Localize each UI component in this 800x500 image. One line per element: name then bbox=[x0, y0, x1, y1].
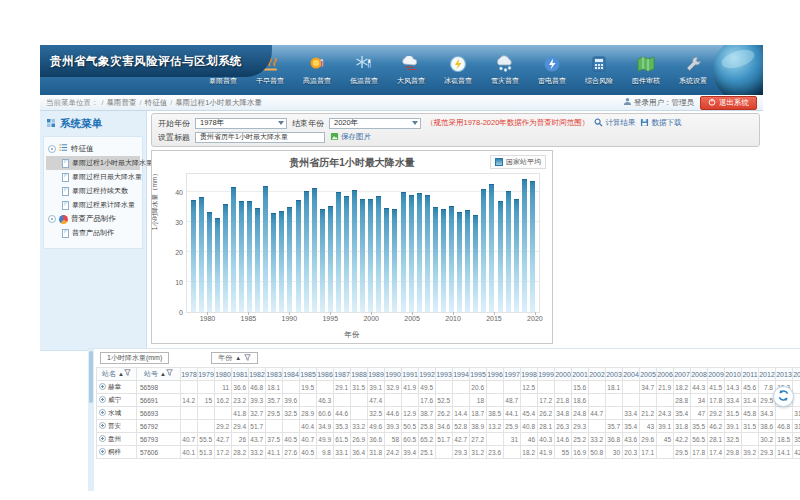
year-column-header[interactable]: 1982 bbox=[249, 368, 266, 381]
nav-item-雷电普查[interactable]: 雷电普查 bbox=[530, 50, 574, 87]
value-cell: 40.5 bbox=[283, 433, 300, 446]
row-expand-icon[interactable] bbox=[99, 448, 106, 455]
year-column-header[interactable]: 1993 bbox=[436, 368, 453, 381]
row-expand-icon[interactable] bbox=[99, 409, 106, 416]
nav-item-冰雹普查[interactable]: 冰雹普查 bbox=[436, 50, 480, 87]
station-id-cell: 56598 bbox=[137, 381, 181, 394]
year-column-header[interactable]: 1995 bbox=[470, 368, 487, 381]
refresh-button[interactable] bbox=[773, 386, 794, 407]
year-column-header[interactable]: 2013 bbox=[776, 368, 793, 381]
value-cell: 26.2 bbox=[538, 407, 555, 420]
year-column-header[interactable]: 1988 bbox=[351, 368, 368, 381]
year-column-header[interactable]: 2009 bbox=[708, 368, 725, 381]
row-expand-icon[interactable] bbox=[99, 383, 106, 390]
breadcrumb-item[interactable]: 暴雨普查 bbox=[107, 98, 137, 107]
year-column-header[interactable]: 2005 bbox=[640, 368, 657, 381]
year-column-header[interactable]: 2003 bbox=[606, 368, 623, 381]
value-cell: 15.6 bbox=[572, 381, 589, 394]
year-column-header[interactable]: 1989 bbox=[368, 368, 385, 381]
year-column-header[interactable]: 1984 bbox=[283, 368, 300, 381]
end-year-select[interactable]: 2020年 bbox=[329, 118, 421, 129]
row-expand-icon[interactable] bbox=[99, 435, 106, 442]
year-column-header[interactable]: 2011 bbox=[742, 368, 759, 381]
vertical-scrollbar[interactable] bbox=[88, 349, 94, 491]
chart-legend[interactable]: 国家站平均 bbox=[490, 155, 546, 169]
year-column-header[interactable]: 2008 bbox=[691, 368, 708, 381]
year-column-header[interactable]: 1987 bbox=[334, 368, 351, 381]
nav-item-综合风险[interactable]: 综合风险 bbox=[577, 50, 621, 87]
year-column-header[interactable]: 2007 bbox=[674, 368, 691, 381]
column-header-站名[interactable]: 站名 ▲ bbox=[97, 368, 137, 381]
sidebar-item-暴雨过程日最大降水量[interactable]: 暴雨过程日最大降水量 bbox=[46, 170, 140, 184]
logout-button[interactable]: 退出系统 bbox=[700, 96, 757, 110]
row-expand-icon[interactable] bbox=[99, 422, 106, 429]
save-image-button[interactable]: 保存图片 bbox=[330, 132, 371, 143]
year-column-header[interactable]: 1983 bbox=[266, 368, 283, 381]
year-column-header[interactable]: 2006 bbox=[657, 368, 674, 381]
filter-icon[interactable] bbox=[244, 354, 251, 362]
year-column-header[interactable]: 1990 bbox=[385, 368, 402, 381]
year-column-header[interactable]: 1998 bbox=[521, 368, 538, 381]
breadcrumb-item[interactable]: 暴雨过程1小时最大降水量 bbox=[175, 98, 262, 107]
filter-icon[interactable] bbox=[124, 370, 131, 377]
year-column-header[interactable]: 1979 bbox=[198, 368, 215, 381]
year-column-header[interactable]: 1996 bbox=[487, 368, 504, 381]
value-cell: 55.5 bbox=[198, 433, 215, 446]
year-column-header[interactable]: 1999 bbox=[538, 368, 555, 381]
year-column-header[interactable]: 1981 bbox=[232, 368, 249, 381]
calc-result-button[interactable]: 计算结果 bbox=[594, 118, 635, 129]
year-column-header[interactable]: 2010 bbox=[725, 368, 742, 381]
year-filter-box[interactable]: 年份 ▲ bbox=[211, 352, 258, 364]
toolbar-row-2: 设置标题 贵州省历年1小时最大降水量 保存图片 bbox=[158, 130, 753, 144]
chart-title-input[interactable]: 贵州省历年1小时最大降水量 bbox=[195, 132, 325, 143]
value-cell: 20.6 bbox=[470, 381, 487, 394]
station-name-cell[interactable]: 桐梓 bbox=[97, 446, 137, 459]
sort-asc-icon[interactable]: ▲ bbox=[235, 355, 241, 361]
value-cell: 40.5 bbox=[300, 446, 317, 459]
filter-icon[interactable] bbox=[166, 370, 173, 377]
tree-toggle-icon[interactable] bbox=[48, 145, 56, 153]
tree-group-普查产品制作[interactable]: 普查产品制作 bbox=[46, 212, 140, 226]
year-column-header[interactable]: 2004 bbox=[623, 368, 640, 381]
station-name-cell[interactable]: 普安 bbox=[97, 420, 137, 433]
measure-filter-box[interactable]: 1小时降水量(mm) bbox=[100, 352, 169, 364]
sidebar-item-暴雨过程1小时最大降水量[interactable]: 暴雨过程1小时最大降水量 bbox=[46, 156, 140, 170]
station-name-cell[interactable]: 威宁 bbox=[97, 394, 137, 407]
row-expand-icon[interactable] bbox=[99, 396, 106, 403]
year-column-header[interactable]: 2002 bbox=[589, 368, 606, 381]
value-cell: 17.2 bbox=[215, 446, 232, 459]
sidebar-item-普查产品制作[interactable]: 普查产品制作 bbox=[46, 226, 140, 240]
value-cell: 21.8 bbox=[555, 394, 572, 407]
sidebar-item-暴雨过程持续天数[interactable]: 暴雨过程持续天数 bbox=[46, 184, 140, 198]
year-column-header[interactable]: 1985 bbox=[300, 368, 317, 381]
nav-item-大风普查[interactable]: 大风普查 bbox=[389, 50, 433, 87]
year-column-header[interactable]: 1994 bbox=[453, 368, 470, 381]
value-cell: 35.7 bbox=[606, 420, 623, 433]
breadcrumb-item[interactable]: 特征值 bbox=[145, 98, 168, 107]
year-column-header[interactable]: 2001 bbox=[572, 368, 589, 381]
year-column-header[interactable]: 1980 bbox=[215, 368, 232, 381]
station-name-cell[interactable]: 赫章 bbox=[97, 381, 137, 394]
nav-item-图件审核[interactable]: 图件审核 bbox=[624, 50, 668, 87]
year-column-header[interactable]: 2014 bbox=[793, 368, 800, 381]
year-column-header[interactable]: 1991 bbox=[402, 368, 419, 381]
nav-item-雪灾普查[interactable]: 雪灾普查 bbox=[483, 50, 527, 87]
year-column-header[interactable]: 2000 bbox=[555, 368, 572, 381]
login-user: 登录用户：管理员 bbox=[623, 97, 694, 108]
year-column-header[interactable]: 1978 bbox=[181, 368, 198, 381]
year-column-header[interactable]: 2012 bbox=[759, 368, 776, 381]
nav-item-高温普查[interactable]: 高温普查 bbox=[295, 50, 339, 87]
column-header-站号[interactable]: 站号 ▲ bbox=[137, 368, 181, 381]
data-download-button[interactable]: 数据下载 bbox=[640, 118, 681, 129]
station-name-cell[interactable]: 水城 bbox=[97, 407, 137, 420]
sidebar-item-暴雨过程累计降水量[interactable]: 暴雨过程累计降水量 bbox=[46, 198, 140, 212]
start-year-select[interactable]: 1978年 bbox=[195, 118, 287, 129]
tree-group-特征值[interactable]: 特征值 bbox=[46, 141, 140, 156]
nav-item-系统设置[interactable]: 系统设置 bbox=[671, 50, 715, 87]
year-column-header[interactable]: 1986 bbox=[317, 368, 334, 381]
tree-toggle-icon[interactable] bbox=[48, 215, 56, 223]
year-column-header[interactable]: 1997 bbox=[504, 368, 521, 381]
nav-item-低温普查[interactable]: 低温普查 bbox=[342, 50, 386, 87]
station-name-cell[interactable]: 盘州 bbox=[97, 433, 137, 446]
year-column-header[interactable]: 1992 bbox=[419, 368, 436, 381]
